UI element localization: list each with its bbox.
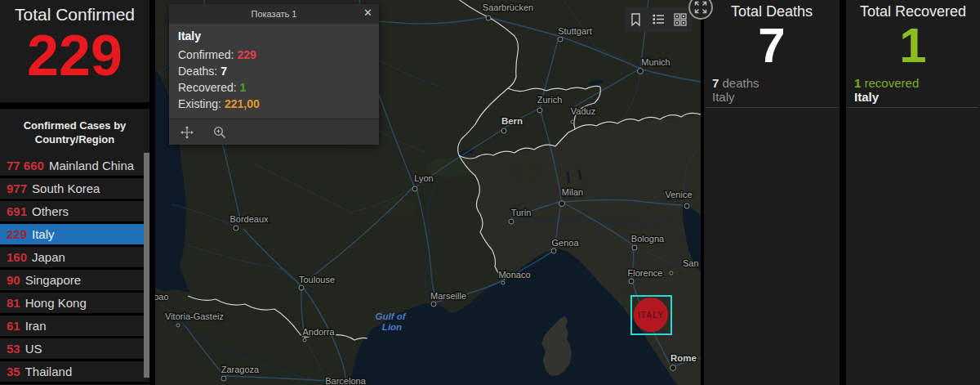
map-city-label: Vitoria-Gasteiz (165, 311, 224, 321)
popup-header[interactable]: Показать 1 ✕ (169, 4, 379, 24)
popup-footer (169, 119, 379, 145)
map-city-label: Munich (641, 57, 670, 67)
map-city-label: Marseille (430, 291, 466, 301)
list-scrollbar[interactable] (144, 153, 149, 378)
total-recovered-value: 1 (846, 20, 980, 71)
map-city-label: Saarbrücken (483, 2, 533, 12)
country-row[interactable]: 90Singapore (0, 270, 149, 293)
map-city-label: Zaragoza (221, 365, 260, 374)
country-row[interactable]: 691Others (0, 201, 149, 224)
svg-text:ITALY: ITALY (638, 311, 664, 320)
country-list-title: Confirmed Cases by Country/Region (0, 109, 149, 155)
map-city-label: Toulouse (299, 275, 335, 284)
bookmark-icon[interactable] (627, 11, 645, 29)
map-city-label: Monaco (498, 270, 530, 280)
map-city-label: Florence (628, 268, 663, 278)
total-confirmed-title: Total Confirmed (0, 0, 149, 25)
deaths-list-item[interactable]: 7 deaths Italy (704, 71, 840, 104)
total-deaths-value: 7 (704, 20, 840, 71)
total-recovered-panel: Total Recovered 1 1 recovered Italy (846, 0, 980, 385)
popup-row-recovered: Recovered:1 (178, 79, 370, 96)
popup-row-confirmed: Confirmed:229 (178, 47, 370, 63)
country-row[interactable]: 160Japan (0, 247, 149, 270)
map-city-label: Milan (562, 187, 583, 197)
map-popup: Показать 1 ✕ Italy Confirmed:229 Deaths:… (169, 4, 379, 145)
legend-icon[interactable] (649, 11, 667, 29)
svg-text:Lion: Lion (382, 322, 402, 332)
popup-header-title: Показать 1 (252, 9, 297, 19)
divider (848, 107, 978, 108)
zoom-in-icon[interactable] (212, 124, 228, 141)
map-city-label: Lyon (414, 173, 433, 183)
total-confirmed-panel: Total Confirmed 229 (0, 0, 149, 102)
map-city-label: Vaduz (571, 106, 595, 116)
map-city-label: Rome (670, 353, 697, 363)
popup-row-existing: Existing:221,00 (178, 96, 370, 112)
map-toolbar (625, 7, 692, 32)
country-row[interactable]: 81Hong Kong (0, 293, 149, 316)
country-row[interactable]: 35Thailand (0, 361, 149, 384)
country-row[interactable]: 977South Korea (0, 178, 149, 201)
basemap-icon[interactable] (671, 11, 689, 29)
map-city-label: Bern (501, 116, 523, 126)
map-city-label: Venice (665, 190, 692, 199)
country-row-selected[interactable]: 229Italy (0, 224, 149, 247)
recovered-list-item[interactable]: 1 recovered Italy (846, 71, 980, 104)
map-city-label: Barcelona (325, 376, 366, 385)
map-city-label: Andorra (302, 327, 335, 337)
popup-row-deaths: Deaths:7 (178, 63, 370, 79)
divider (706, 107, 838, 108)
map-city-label: Bologna (631, 234, 665, 244)
country-list-panel: Confirmed Cases by Country/Region 77 660… (0, 109, 149, 385)
map-city-label: Stuttgart (558, 26, 592, 36)
map-city-label: San Marino (683, 258, 701, 268)
country-row[interactable]: 77 660Mainland China (0, 155, 149, 178)
svg-text:Gulf of: Gulf of (375, 311, 406, 321)
total-confirmed-value: 229 (0, 26, 149, 85)
total-deaths-panel: Total Deaths 7 7 deaths Italy (704, 0, 840, 385)
map-city-label: Bilbao (155, 292, 169, 302)
map-city-label: Bordeaux (229, 214, 269, 224)
country-row[interactable]: 61Iran (0, 316, 149, 338)
dashboard: Total Confirmed 229 Confirmed Cases by C… (0, 0, 980, 385)
map-city-label: Turin (511, 208, 532, 217)
map-city-label: Zurich (537, 95, 563, 105)
popup-body: Italy Confirmed:229 Deaths:7 Recovered:1… (169, 24, 379, 119)
map-city-label: Genoa (551, 238, 579, 248)
country-row[interactable]: 53US (0, 338, 149, 361)
close-icon[interactable]: ✕ (363, 7, 372, 19)
popup-country-name: Italy (178, 29, 370, 43)
pan-to-icon[interactable] (179, 124, 195, 141)
